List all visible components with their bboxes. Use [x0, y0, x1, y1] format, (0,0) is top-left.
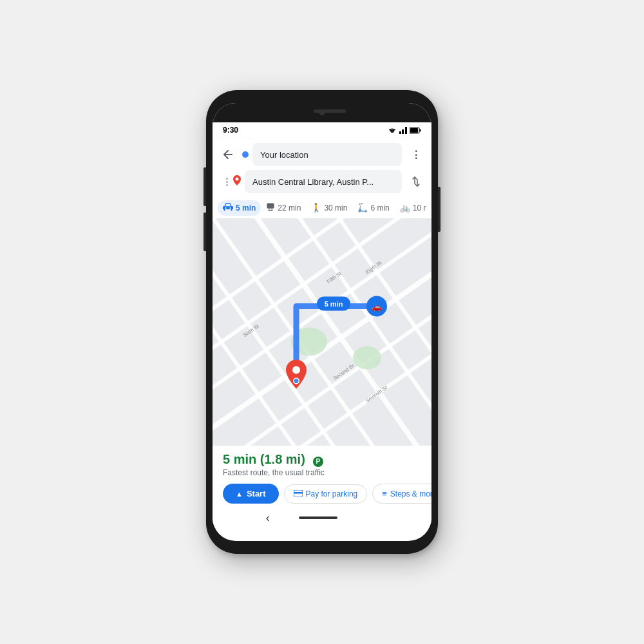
phone-screen: 9:30 [213, 103, 431, 541]
tab-driving[interactable]: 5 min [218, 200, 261, 216]
tab-walk[interactable]: 🚶 30 min [306, 200, 352, 215]
action-buttons: ▲ Start Pay for parking ≡ Steps & more [223, 484, 421, 504]
parking-icon: P [313, 457, 323, 467]
origin-input[interactable]: Your location [252, 143, 402, 166]
destination-pin-icon [233, 175, 241, 188]
steps-icon: ≡ [382, 489, 387, 498]
bottom-panel: 5 min (1.8 mi) P Fastest route, the usua… [213, 446, 431, 510]
svg-rect-2 [405, 127, 407, 134]
svg-text:5 min: 5 min [325, 300, 343, 308]
more-options-button[interactable]: ⋮ [406, 144, 426, 165]
svg-point-22 [353, 346, 381, 370]
search-row: Your location ⋮ [218, 143, 426, 166]
phone-nav-bar: ‹ [213, 510, 431, 526]
start-label: Start [247, 489, 266, 498]
tab-bike[interactable]: 🚲 10 m [395, 200, 426, 215]
transit-time: 22 min [278, 204, 301, 213]
phone-device: 9:30 [206, 90, 438, 554]
origin-text: Your location [260, 150, 308, 160]
walk-icon: 🚶 [311, 203, 321, 213]
svg-rect-0 [399, 131, 401, 134]
svg-point-6 [236, 178, 239, 181]
map-view[interactable]: Sixth St Second St Seventh St Eigth St F… [213, 218, 431, 446]
wifi-icon [388, 127, 397, 134]
route-connector [226, 178, 228, 186]
drive-time: 5 min [236, 204, 256, 213]
status-icons [388, 127, 421, 134]
pay-parking-button[interactable]: Pay for parking [284, 484, 368, 504]
scooter-icon: 🛴 [357, 203, 368, 213]
nav-header: Your location ⋮ [213, 138, 431, 218]
back-button[interactable] [218, 144, 238, 165]
bike-time: 10 m [413, 204, 426, 213]
scooter-time: 6 min [370, 204, 389, 213]
connector-dot-1 [226, 178, 228, 180]
svg-rect-7 [267, 203, 274, 208]
status-bar: 9:30 [213, 122, 431, 138]
nav-back-arrow[interactable]: ‹ [266, 511, 270, 525]
connector-dot-2 [226, 181, 228, 183]
more-icon: ⋮ [411, 149, 421, 161]
transit-icon [266, 202, 275, 213]
pay-parking-label: Pay for parking [306, 489, 358, 498]
tab-transit[interactable]: 22 min [261, 200, 306, 216]
route-time: 5 min (1.8 mi) [223, 452, 305, 467]
route-info: 5 min (1.8 mi) P [223, 452, 421, 467]
svg-rect-1 [402, 129, 404, 134]
svg-point-35 [294, 379, 299, 383]
swap-directions-button[interactable] [406, 171, 426, 192]
screen-content: 9:30 [213, 122, 431, 526]
connector-dot-3 [226, 184, 228, 186]
route-subtitle: Fastest route, the usual traffic [223, 468, 421, 477]
destination-text: Austin Central Library, Austin P... [252, 177, 374, 187]
svg-rect-5 [410, 128, 418, 133]
svg-point-33 [292, 366, 300, 374]
speaker-grille [314, 109, 346, 113]
origin-dot [242, 151, 249, 158]
bike-icon: 🚲 [400, 203, 410, 213]
pay-parking-icon [294, 489, 303, 498]
svg-rect-4 [420, 129, 421, 131]
drive-icon [223, 203, 233, 213]
destination-input[interactable]: Austin Central Library, Austin P... [245, 170, 402, 193]
svg-text:🚗: 🚗 [372, 301, 383, 312]
phone-top-notch [213, 103, 431, 122]
nav-home-pill[interactable] [299, 516, 337, 519]
destination-row: Austin Central Library, Austin P... [218, 170, 426, 193]
start-icon: ▲ [236, 490, 243, 498]
map-svg: Sixth St Second St Seventh St Eigth St F… [213, 218, 431, 446]
transport-tabs: 5 min 22 min 🚶 30 min 🛴 6 min [218, 197, 426, 218]
walk-time: 30 min [324, 204, 347, 213]
battery-icon [410, 127, 421, 134]
steps-more-button[interactable]: ≡ Steps & more [372, 484, 431, 504]
tab-scooter[interactable]: 🛴 6 min [352, 200, 394, 215]
svg-rect-37 [294, 492, 303, 494]
start-button[interactable]: ▲ Start [223, 484, 279, 504]
status-time: 9:30 [223, 126, 238, 135]
steps-label: Steps & more [390, 489, 431, 498]
signal-icon [399, 127, 407, 134]
route-time-text: 5 min (1.8 mi) [223, 452, 305, 466]
